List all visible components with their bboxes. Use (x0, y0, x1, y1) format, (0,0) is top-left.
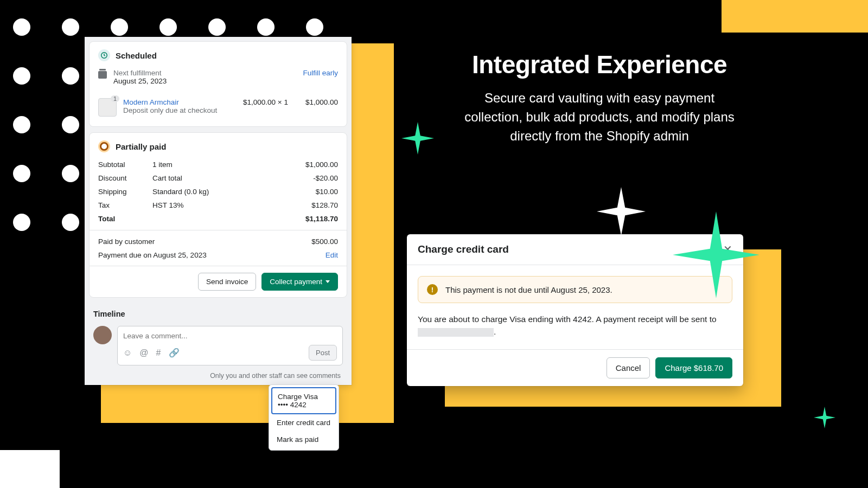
shipping-desc: Standard (0.0 kg) (152, 188, 284, 196)
product-unit-price: $1,000.00 × 1 (228, 98, 288, 106)
paid-value: $500.00 (284, 237, 338, 246)
modal-body-text: You are about to charge Visa ending with… (418, 313, 732, 338)
subtotal-label: Subtotal (98, 160, 152, 169)
shipping-label: Shipping (98, 188, 152, 196)
paid-label: Paid by customer (98, 237, 284, 246)
dropdown-charge-card[interactable]: Charge Visa •••• 4242 (271, 387, 336, 414)
sparkle-icon (597, 187, 646, 236)
order-panel: Scheduled Next fulfillment August 25, 20… (85, 37, 352, 385)
tax-desc: HST 13% (152, 201, 284, 209)
subtotal-desc: 1 item (152, 160, 284, 169)
send-invoice-button[interactable]: Send invoice (198, 273, 256, 291)
comment-input-wrap[interactable]: ☺ @ # 🔗 Post (117, 326, 343, 365)
fulfill-early-link[interactable]: Fulfill early (303, 69, 338, 77)
avatar (93, 326, 112, 344)
product-link[interactable]: Modern Armchair (123, 98, 222, 106)
chevron-down-icon (326, 280, 330, 283)
warning-icon: ! (427, 284, 438, 295)
sparkle-icon (401, 122, 434, 155)
partial-paid-title: Partially paid (116, 142, 166, 151)
edit-payment-due-link[interactable]: Edit (284, 251, 338, 259)
tax-label: Tax (98, 201, 152, 209)
dropdown-mark-paid[interactable]: Mark as paid (271, 431, 336, 448)
headline-subtitle: Secure card vaulting with easy payment c… (456, 89, 743, 145)
timeline-title: Timeline (93, 303, 343, 323)
decor-white-bottom-left (0, 450, 60, 488)
scheduled-title: Scheduled (116, 51, 157, 60)
link-icon[interactable]: 🔗 (169, 348, 180, 358)
payment-card: Partially paid Subtotal1 item$1,000.00 D… (89, 132, 347, 298)
total-value: $1,118.70 (284, 215, 338, 223)
comment-input[interactable] (123, 332, 337, 340)
decor-yellow-top-right (722, 0, 868, 33)
discount-label: Discount (98, 174, 152, 182)
calendar-icon (98, 71, 107, 79)
shipping-value: $10.00 (284, 188, 338, 196)
mention-icon[interactable]: @ (139, 348, 148, 358)
scheduled-card: Scheduled Next fulfillment August 25, 20… (89, 41, 347, 127)
marketing-headline: Integrated Experience Secure card vaulti… (456, 50, 743, 145)
tax-value: $128.70 (284, 201, 338, 209)
discount-value: -$20.00 (284, 174, 338, 182)
subtotal-value: $1,000.00 (284, 160, 338, 169)
cancel-button[interactable]: Cancel (607, 357, 650, 378)
total-label: Total (98, 215, 152, 223)
qty-badge: 1 (111, 95, 119, 102)
collect-payment-button[interactable]: Collect payment (261, 273, 338, 291)
next-fulfillment-label: Next fulfillment (113, 69, 167, 77)
banner-text: This payment is not due until August 25,… (445, 285, 612, 294)
timeline-section: Timeline ☺ @ # 🔗 Post Only you and other… (85, 298, 352, 385)
headline-title: Integrated Experience (456, 50, 743, 79)
hash-icon[interactable]: # (156, 348, 161, 358)
post-button[interactable]: Post (309, 345, 337, 361)
modal-body-post: . (494, 327, 496, 336)
discount-desc: Cart total (152, 174, 284, 182)
redacted-email (418, 328, 494, 337)
emoji-icon[interactable]: ☺ (123, 348, 132, 358)
collect-payment-label: Collect payment (270, 278, 322, 286)
partial-paid-icon (98, 140, 110, 152)
product-line-total: $1,000.00 (295, 98, 338, 106)
sparkle-icon (673, 211, 760, 298)
next-fulfillment-date: August 25, 2023 (113, 77, 167, 85)
timeline-privacy-note: Only you and other staff can see comment… (93, 369, 343, 385)
product-thumbnail: 1 (98, 98, 117, 117)
payment-due-label: Payment due on August 25, 2023 (98, 251, 284, 259)
dropdown-enter-card[interactable]: Enter credit card (271, 414, 336, 431)
sparkle-icon (814, 407, 835, 428)
product-note: Deposit only due at checkout (123, 106, 222, 114)
modal-body-pre: You are about to charge Visa ending with… (418, 314, 717, 324)
charge-button[interactable]: Charge $618.70 (655, 357, 732, 378)
clock-icon (98, 49, 110, 61)
collect-payment-dropdown: Charge Visa •••• 4242 Enter credit card … (269, 384, 339, 451)
